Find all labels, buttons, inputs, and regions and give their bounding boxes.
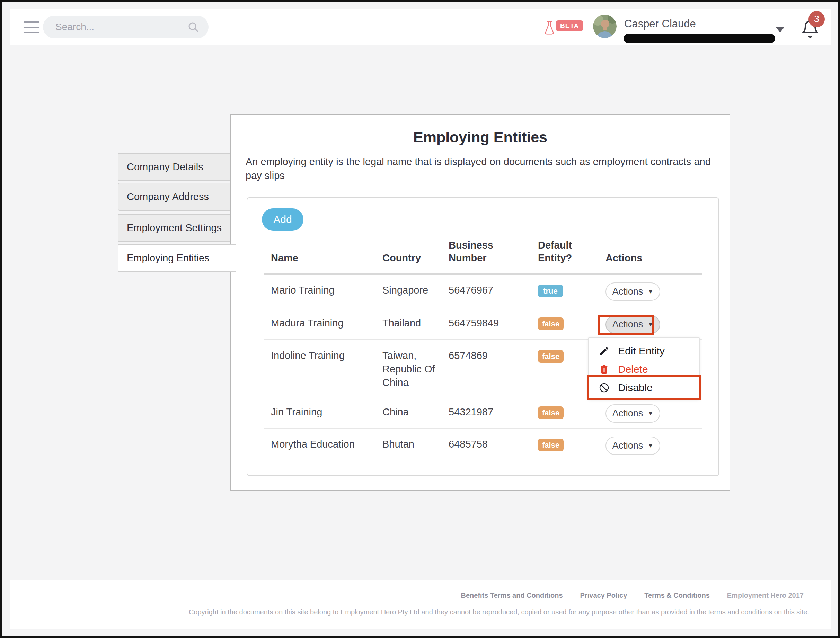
footer-brand-year: Employment Hero 2017 — [727, 592, 804, 600]
table-row: Jin Training China 54321987 false Action… — [264, 396, 702, 429]
caret-down-icon: ▼ — [648, 443, 653, 449]
table-row: Madura Training Thailand 564759849 false… — [264, 307, 702, 340]
menu-item-label: Disable — [618, 382, 653, 393]
employing-entities-panel: Employing Entities An employing entity i… — [230, 114, 730, 491]
add-button[interactable]: Add — [262, 208, 304, 231]
footer-links: Benefits Terms and Conditions Privacy Po… — [461, 592, 804, 600]
entity-country: Bhutan — [375, 429, 441, 470]
tab-employment-settings[interactable]: Employment Settings — [118, 214, 232, 242]
table-row: Morytha Education Bhutan 6485758 false A… — [264, 429, 702, 470]
beta-flask-icon — [543, 19, 555, 37]
column-header-country: Country — [375, 252, 441, 264]
entity-name: Mario Training — [264, 275, 375, 307]
default-entity-badge: false — [538, 350, 563, 363]
column-header-default-entity: Default Entity? — [531, 239, 599, 264]
footer-link-terms-conditions[interactable]: Terms & Conditions — [644, 592, 710, 600]
app-window: BETA Casper Claude 3 Comp — [0, 0, 840, 638]
tab-company-address[interactable]: Company Address — [118, 183, 232, 211]
hamburger-menu-icon[interactable] — [24, 22, 40, 33]
menu-item-edit-entity[interactable]: Edit Entity — [589, 342, 699, 360]
entity-business-number: 54321987 — [441, 396, 531, 428]
search-icon[interactable] — [187, 21, 199, 33]
caret-down-icon: ▼ — [648, 322, 653, 328]
menu-item-disable[interactable]: Disable — [589, 378, 699, 397]
actions-button-open[interactable]: Actions ▼ — [606, 315, 660, 334]
actions-button[interactable]: Actions ▼ — [606, 436, 660, 455]
menu-item-delete[interactable]: Delete — [589, 360, 699, 378]
tab-label: Employing Entities — [127, 253, 210, 264]
top-header: BETA Casper Claude 3 — [10, 9, 831, 45]
menu-item-label: Delete — [618, 363, 648, 375]
tab-label: Company Address — [127, 191, 209, 202]
circle-slash-icon — [599, 382, 610, 393]
search-bar — [43, 16, 209, 38]
entity-name: Indoline Training — [264, 340, 375, 396]
caret-down-icon: ▼ — [648, 411, 653, 417]
table-row: Mario Training Singapore 56476967 true A… — [264, 275, 702, 307]
entity-country: Singapore — [375, 275, 441, 307]
default-entity-badge: false — [538, 406, 563, 419]
entity-business-number: 6485758 — [441, 429, 531, 470]
user-name[interactable]: Casper Claude — [624, 17, 696, 30]
entity-business-number: 564759849 — [441, 307, 531, 339]
user-menu-caret-icon[interactable] — [776, 27, 784, 33]
beta-badge: BETA — [556, 21, 583, 31]
entity-name: Jin Training — [264, 396, 375, 428]
tab-company-details[interactable]: Company Details — [118, 153, 232, 181]
page-description: An employing entity is the legal name th… — [245, 155, 715, 182]
default-entity-badge: false — [538, 439, 563, 452]
tab-label: Company Details — [127, 161, 203, 173]
footer-link-benefits-terms[interactable]: Benefits Terms and Conditions — [461, 592, 563, 600]
actions-button[interactable]: Actions ▼ — [606, 404, 660, 423]
menu-item-label: Edit Entity — [618, 345, 665, 357]
column-header-business-number: Business Number — [441, 239, 531, 264]
entity-name: Madura Training — [264, 307, 375, 339]
search-input[interactable] — [43, 22, 187, 33]
entity-country: China — [375, 396, 441, 428]
trash-icon — [599, 364, 610, 375]
tab-label: Employment Settings — [127, 222, 222, 234]
actions-dropdown-menu: Edit Entity Delete Disable — [588, 337, 700, 399]
entity-country: Taiwan, Republic Of China — [375, 340, 441, 396]
footer-copyright: Copyright in the documents on this site … — [189, 608, 809, 616]
column-header-actions: Actions — [599, 252, 702, 264]
pencil-icon — [599, 346, 610, 357]
tab-employing-entities[interactable]: Employing Entities — [118, 244, 236, 272]
actions-button[interactable]: Actions ▼ — [606, 283, 660, 301]
table-header-row: Name Country Business Number Default Ent… — [264, 239, 702, 275]
notification-count-badge[interactable]: 3 — [808, 11, 825, 27]
caret-down-icon: ▼ — [648, 289, 653, 295]
footer-link-privacy-policy[interactable]: Privacy Policy — [580, 592, 627, 600]
entity-country: Thailand — [375, 307, 441, 339]
entity-name: Morytha Education — [264, 429, 375, 470]
column-header-name: Name — [264, 252, 375, 264]
entity-business-number: 56476967 — [441, 275, 531, 307]
page-title: Employing Entities — [231, 129, 729, 146]
avatar[interactable] — [593, 14, 617, 38]
default-entity-badge: true — [538, 284, 563, 297]
default-entity-badge: false — [538, 317, 563, 330]
entity-business-number: 6574869 — [441, 340, 531, 396]
redacted-company-name — [623, 34, 775, 43]
page-footer: Benefits Terms and Conditions Privacy Po… — [10, 580, 831, 629]
